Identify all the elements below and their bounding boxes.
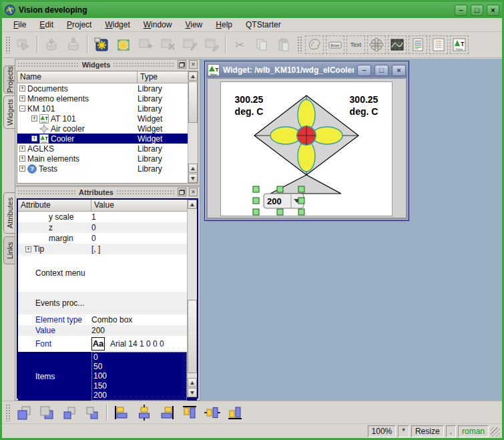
expander-icon[interactable]: + bbox=[31, 116, 37, 122]
attributes-panel-header[interactable]: Attributes × bbox=[15, 187, 200, 197]
lower-widget-icon[interactable] bbox=[37, 403, 57, 423]
scroll-up-button[interactable] bbox=[188, 164, 198, 173]
menu-item-qtstarter[interactable]: QTStarter bbox=[240, 19, 287, 31]
widget-properties-icon[interactable] bbox=[180, 35, 200, 55]
widget-window-minimize-button[interactable]: – bbox=[357, 65, 371, 76]
el-form-icon[interactable]: Enter bbox=[326, 35, 344, 54]
float-panel-button[interactable] bbox=[178, 188, 186, 196]
up-widget-icon[interactable] bbox=[59, 403, 79, 423]
resize-grip[interactable] bbox=[491, 427, 500, 437]
scroll-down-button[interactable] bbox=[188, 388, 197, 397]
items-list-entry[interactable]: 100 bbox=[93, 371, 186, 381]
run-project-icon[interactable] bbox=[13, 35, 33, 55]
menu-item-project[interactable]: Project bbox=[61, 19, 97, 31]
column-header-attribute[interactable]: Attribute bbox=[18, 200, 91, 212]
down-widget-icon[interactable] bbox=[82, 403, 102, 423]
attr-value[interactable]: 0 bbox=[91, 233, 197, 244]
tree-row-cooler-selected[interactable]: + Tvalue Cooler Widget bbox=[17, 134, 198, 144]
items-list[interactable]: 0 50 100 150 200 bbox=[91, 352, 187, 401]
align-right-icon[interactable] bbox=[157, 403, 177, 423]
widget-library-icon[interactable] bbox=[113, 35, 134, 55]
el-document-icon[interactable]: Order bbox=[429, 35, 448, 54]
load-from-db-icon[interactable] bbox=[41, 35, 61, 55]
expander-icon[interactable]: + bbox=[19, 95, 25, 101]
scroll-thumb[interactable] bbox=[188, 300, 197, 373]
el-protocol-icon[interactable] bbox=[409, 35, 427, 54]
widget-window-titlebar[interactable]: T Value Widget: /wlb_KM101/wdg_elCooler … bbox=[206, 63, 407, 77]
tab-projects[interactable]: Projects bbox=[3, 65, 15, 93]
items-list-entry[interactable]: 50 bbox=[93, 362, 186, 371]
menu-item-window[interactable]: Window bbox=[138, 19, 178, 31]
menu-item-edit[interactable]: Edit bbox=[33, 19, 59, 31]
delete-widget-icon[interactable] bbox=[158, 35, 178, 55]
widget-window-maximize-button[interactable]: □ bbox=[374, 65, 389, 76]
expander-icon[interactable]: - bbox=[19, 105, 25, 112]
save-to-db-icon[interactable] bbox=[63, 35, 83, 55]
el-diagram-icon[interactable] bbox=[388, 35, 407, 54]
menu-item-file[interactable]: File bbox=[7, 19, 32, 31]
widget-window-close-button[interactable]: × bbox=[392, 65, 406, 76]
expander-icon[interactable]: + bbox=[19, 156, 25, 162]
scroll-up-button[interactable] bbox=[188, 71, 198, 81]
widgets-panel-header[interactable]: Widgets × bbox=[15, 59, 200, 69]
attr-value[interactable] bbox=[91, 292, 197, 314]
canvas-combo-box[interactable]: 200 bbox=[264, 194, 304, 208]
items-list-entry[interactable]: 150 bbox=[93, 381, 186, 391]
align-top-icon[interactable] bbox=[180, 403, 200, 423]
align-bottom-icon[interactable] bbox=[225, 403, 245, 423]
expander-icon[interactable]: + bbox=[19, 146, 25, 152]
attr-row-z[interactable]: z 0 bbox=[18, 222, 197, 233]
attr-value[interactable] bbox=[91, 254, 197, 292]
tree-header[interactable]: Name Type bbox=[17, 71, 198, 83]
attributes-header[interactable]: Attribute Value bbox=[18, 200, 197, 212]
el-function-icon[interactable]: T Value bbox=[450, 35, 469, 54]
toolbar-handle[interactable] bbox=[297, 36, 302, 53]
close-panel-button[interactable]: × bbox=[189, 188, 198, 196]
scroll-down-button[interactable] bbox=[188, 174, 198, 183]
attr-row-items-selected[interactable]: Items 0 50 100 150 200 bbox=[18, 352, 197, 401]
align-vcenter-icon[interactable] bbox=[202, 403, 222, 423]
el-media-icon[interactable] bbox=[367, 35, 386, 54]
tree-row-main-elements[interactable]: +Main elements Library bbox=[17, 154, 198, 164]
menu-item-help[interactable]: Help bbox=[210, 19, 238, 31]
expander-icon[interactable]: + bbox=[25, 246, 31, 252]
font-value[interactable]: Arial 14 1 0 0 0 bbox=[110, 339, 164, 349]
font-picker-button[interactable]: Aa bbox=[91, 337, 105, 351]
copy-icon[interactable] bbox=[252, 35, 272, 55]
items-list-entry[interactable]: 200 bbox=[93, 391, 186, 400]
attr-value[interactable]: [, ] bbox=[91, 244, 197, 254]
expander-icon[interactable]: + bbox=[31, 136, 37, 142]
rise-widget-icon[interactable] bbox=[14, 403, 34, 423]
tree-row-documents[interactable]: +Documents Library bbox=[17, 83, 198, 93]
tree-row-aglks[interactable]: +AGLKS Library bbox=[17, 144, 198, 154]
paste-icon[interactable] bbox=[274, 35, 294, 55]
toolbar-handle[interactable] bbox=[5, 36, 10, 53]
new-widget-library-icon[interactable] bbox=[91, 35, 111, 55]
el-text-icon[interactable]: Text bbox=[346, 35, 365, 54]
attr-row-events-proc[interactable]: Events proc... bbox=[18, 292, 197, 314]
add-widget-icon[interactable] bbox=[136, 35, 156, 55]
attr-row-y-scale[interactable]: y scale 1 bbox=[18, 212, 197, 222]
el-figure-icon[interactable] bbox=[305, 35, 324, 54]
column-header-value[interactable]: Value bbox=[91, 200, 197, 212]
attr-row-margin[interactable]: margin 0 bbox=[18, 233, 197, 244]
tree-row-air-cooler[interactable]: Air cooler Widget bbox=[17, 124, 198, 134]
float-panel-button[interactable] bbox=[178, 60, 186, 69]
maximize-button[interactable]: □ bbox=[471, 5, 483, 16]
widget-edit-icon[interactable] bbox=[202, 35, 222, 55]
attr-value[interactable]: Combo box bbox=[91, 314, 197, 325]
attr-row-context-menu[interactable]: Context menu bbox=[18, 254, 197, 292]
minimize-button[interactable]: – bbox=[455, 5, 467, 16]
attr-row-tip[interactable]: +Tip [, ] bbox=[18, 244, 197, 254]
attributes-scrollbar[interactable] bbox=[187, 200, 197, 397]
align-left-icon[interactable] bbox=[111, 403, 132, 423]
items-list-entry[interactable]: 0 bbox=[93, 353, 186, 362]
column-header-name[interactable]: Name bbox=[17, 71, 138, 83]
menu-item-widget[interactable]: Widget bbox=[99, 19, 136, 31]
attr-row-value[interactable]: Value 200 bbox=[18, 325, 197, 336]
attr-row-font[interactable]: Font Aa Arial 14 1 0 0 0 bbox=[18, 336, 197, 352]
attr-value[interactable]: 200 bbox=[91, 325, 197, 336]
menu-item-view[interactable]: View bbox=[179, 19, 208, 31]
tree-row-at101[interactable]: + Tvalue AT 101 Widget bbox=[17, 114, 198, 124]
scroll-thumb[interactable] bbox=[188, 81, 198, 123]
